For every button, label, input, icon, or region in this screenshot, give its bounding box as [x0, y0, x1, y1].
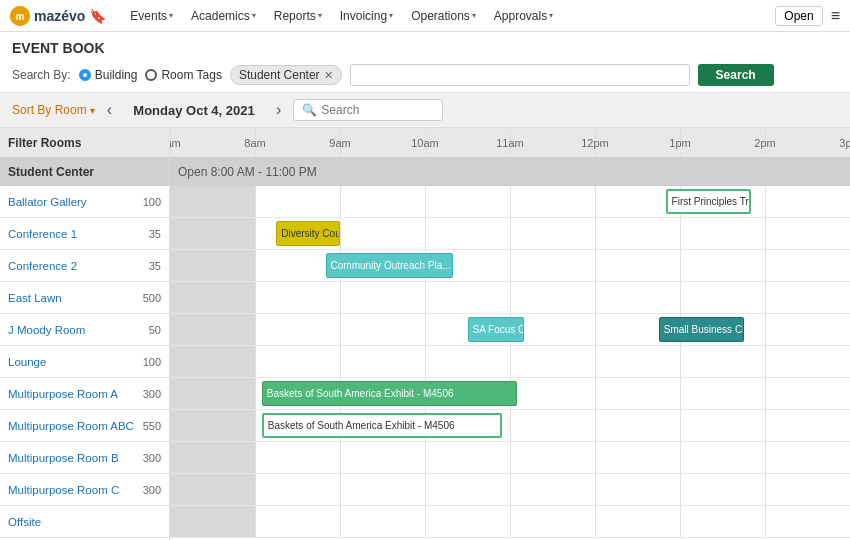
chevron-down-icon: ▾ — [252, 11, 256, 20]
timeline-row: SA Focus Group...Small Business CLO Coun… — [170, 314, 850, 346]
room-name[interactable]: Lounge — [8, 356, 46, 368]
radio-room-tags[interactable]: Room Tags — [145, 68, 221, 82]
room-name[interactable]: Conference 1 — [8, 228, 77, 240]
tag-chip-label: Student Center — [239, 68, 320, 82]
event-block[interactable]: Baskets of South America Exhibit - M4506 — [262, 413, 503, 438]
time-label-3pm: 3pm — [839, 137, 850, 149]
room-name[interactable]: Multipurpose Room C — [8, 484, 119, 496]
time-label-9am: 9am — [329, 137, 350, 149]
nav-events[interactable]: Events ▾ — [122, 5, 181, 27]
nav-invoicing[interactable]: Invoicing ▾ — [332, 5, 401, 27]
room-capacity: 300 — [143, 388, 161, 400]
nav-approvals[interactable]: Approvals ▾ — [486, 5, 561, 27]
unavailable-bg — [170, 506, 255, 537]
room-name[interactable]: East Lawn — [8, 292, 62, 304]
chevron-down-icon: ▾ — [472, 11, 476, 20]
room-row: Lounge100 — [0, 346, 169, 378]
room-row: Offsite — [0, 506, 169, 538]
room-capacity: 100 — [143, 196, 161, 208]
room-capacity: 300 — [143, 484, 161, 496]
unavailable-bg — [170, 442, 255, 473]
room-capacity: 35 — [149, 228, 161, 240]
unavailable-bg — [170, 186, 255, 217]
room-row: Ballator Gallery100 — [0, 186, 169, 218]
timeline-group-open-msg: Open 8:00 AM - 11:00 PM — [170, 158, 850, 186]
time-label-2pm: 2pm — [754, 137, 775, 149]
timeline-header: 7am8am9am10am11am12pm1pm2pm3pm — [170, 128, 850, 158]
search-input[interactable] — [350, 64, 690, 86]
event-block[interactable]: SA Focus Group... — [468, 317, 525, 342]
time-label-11am: 11am — [496, 137, 524, 149]
room-capacity: 100 — [143, 356, 161, 368]
tag-chip-close-icon[interactable]: ✕ — [324, 69, 333, 82]
nav-reports[interactable]: Reports ▾ — [266, 5, 330, 27]
event-block[interactable]: Diversity Council - W4512 — [276, 221, 340, 246]
chevron-down-icon: ▾ — [169, 11, 173, 20]
top-navigation: m mazévo 🔖 Events ▾ Academics ▾ Reports … — [0, 0, 850, 32]
unavailable-bg — [170, 314, 255, 345]
room-name[interactable]: Offsite — [8, 516, 41, 528]
sort-by-room-label: Sort By Room — [12, 103, 87, 117]
room-name[interactable]: Multipurpose Room B — [8, 452, 119, 464]
room-row: Multipurpose Room C300 — [0, 474, 169, 506]
room-name[interactable]: Multipurpose Room A — [8, 388, 118, 400]
svg-text:m: m — [16, 11, 25, 22]
timeline-row: Diversity Council - W4512 — [170, 218, 850, 250]
open-button[interactable]: Open — [775, 6, 822, 26]
room-capacity: 500 — [143, 292, 161, 304]
radio-building[interactable]: Building — [79, 68, 138, 82]
calendar-container: Filter Rooms Student Center Ballator Gal… — [0, 128, 850, 540]
time-label-8am: 8am — [244, 137, 265, 149]
room-row: Multipurpose Room A300 — [0, 378, 169, 410]
timeline-row: First Principles Training Module 1 - F06… — [170, 186, 850, 218]
timeline-row — [170, 506, 850, 538]
sort-by-room-button[interactable]: Sort By Room ▾ — [12, 103, 95, 117]
time-label-12pm: 12pm — [581, 137, 609, 149]
chevron-down-icon: ▾ — [549, 11, 553, 20]
timeline-row — [170, 282, 850, 314]
room-row: Multipurpose Room ABC550 — [0, 410, 169, 442]
hamburger-icon[interactable]: ≡ — [831, 7, 840, 25]
nav-academics[interactable]: Academics ▾ — [183, 5, 264, 27]
filter-rooms-header: Filter Rooms — [0, 128, 169, 158]
room-row: Conference 135 — [0, 218, 169, 250]
search-button[interactable]: Search — [698, 64, 774, 86]
event-book-header: EVENT BOOK Search By: Building Room Tags… — [0, 32, 850, 93]
timeline-row — [170, 474, 850, 506]
main-nav-menu: Events ▾ Academics ▾ Reports ▾ Invoicing… — [122, 5, 561, 27]
event-block[interactable]: Baskets of South America Exhibit - M4506 — [262, 381, 517, 406]
group-header-student-center: Student Center — [0, 158, 169, 186]
room-name[interactable]: Conference 2 — [8, 260, 77, 272]
chevron-down-icon: ▾ — [389, 11, 393, 20]
search-bar-row: Search By: Building Room Tags Student Ce… — [12, 64, 838, 86]
active-tag-chip: Student Center ✕ — [230, 65, 342, 85]
prev-date-button[interactable]: ‹ — [103, 99, 116, 121]
room-name[interactable]: Multipurpose Room ABC — [8, 420, 134, 432]
timeline-row — [170, 346, 850, 378]
logo-text: mazévo — [34, 8, 85, 24]
event-block[interactable]: First Principles Training Module 1 - F06… — [666, 189, 751, 214]
next-date-button[interactable]: › — [272, 99, 285, 121]
nav-operations[interactable]: Operations ▾ — [403, 5, 484, 27]
room-row: East Lawn500 — [0, 282, 169, 314]
room-capacity: 35 — [149, 260, 161, 272]
unavailable-bg — [170, 218, 255, 249]
radio-building-label: Building — [95, 68, 138, 82]
calendar-search-input[interactable] — [321, 103, 441, 117]
room-name[interactable]: J Moody Room — [8, 324, 85, 336]
event-block[interactable]: Small Business CLO Council - KU461 — [659, 317, 744, 342]
event-block[interactable]: Community Outreach Pla... — [326, 253, 454, 278]
page-title: EVENT BOOK — [12, 40, 838, 56]
timeline-row: Baskets of South America Exhibit - M4506 — [170, 378, 850, 410]
search-icon: 🔍 — [302, 103, 317, 117]
sort-dropdown-icon: ▾ — [90, 105, 95, 116]
radio-circle-room-tags — [145, 69, 157, 81]
timeline-row — [170, 442, 850, 474]
room-rows: Ballator Gallery100Conference 135Confere… — [0, 186, 169, 538]
rooms-panel: Filter Rooms Student Center Ballator Gal… — [0, 128, 170, 540]
room-row: Multipurpose Room B300 — [0, 442, 169, 474]
app-logo: m mazévo 🔖 — [10, 6, 106, 26]
unavailable-bg — [170, 250, 255, 281]
current-date-label: Monday Oct 4, 2021 — [124, 103, 264, 118]
room-name[interactable]: Ballator Gallery — [8, 196, 87, 208]
